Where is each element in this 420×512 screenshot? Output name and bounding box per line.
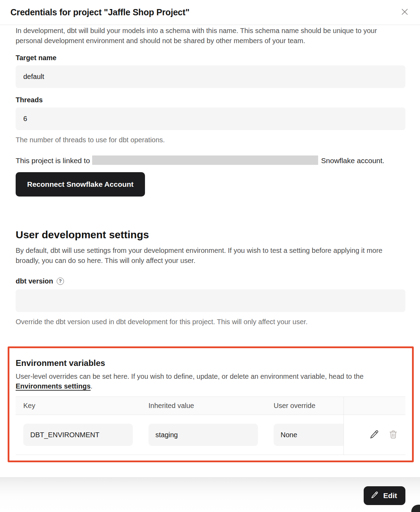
user-dev-settings-description: By default, dbt will use settings from y… (16, 246, 405, 266)
threads-helper: The number of threads to use for dbt ope… (16, 135, 405, 145)
target-name-label: Target name (16, 54, 405, 62)
threads-label: Threads (16, 96, 405, 104)
user-dev-settings-heading: User development settings (16, 229, 405, 241)
table-row: DBT_ENVIRONMENT staging None (16, 415, 405, 455)
env-var-key-value: DBT_ENVIRONMENT (23, 424, 133, 446)
modal-body: In development, dbt will build your mode… (0, 25, 420, 462)
target-name-input[interactable] (16, 65, 405, 88)
environment-variables-description: User-level overrides can be set here. If… (16, 371, 402, 391)
close-button[interactable] (398, 6, 411, 19)
environment-variables-table: Key Inherited value User override DBT_EN… (16, 397, 405, 455)
trash-icon (388, 429, 398, 441)
schema-description: In development, dbt will build your mode… (16, 26, 405, 46)
edit-button-label: Edit (383, 491, 397, 500)
help-icon[interactable]: ? (57, 278, 64, 285)
env-var-inherited-value: staging (148, 424, 258, 446)
row-actions-cell (344, 415, 405, 455)
env-var-user-override-value: None (274, 424, 344, 446)
table-header-row: Key Inherited value User override (16, 397, 405, 415)
column-header-user-override: User override (266, 402, 344, 410)
credentials-modal: Credentials for project "Jaffle Shop Pro… (0, 0, 420, 512)
close-icon (400, 7, 409, 17)
dbt-version-helper: Override the dbt version used in dbt dev… (16, 317, 405, 327)
environment-variables-heading: Environment variables (16, 358, 405, 368)
linked-account-text: This project is linked toSnowflake accou… (16, 155, 405, 167)
dbt-version-label: dbt version (16, 277, 53, 285)
delete-variable-button[interactable] (388, 429, 398, 441)
redacted-account-name (92, 155, 318, 165)
edit-button[interactable]: Edit (364, 486, 405, 505)
column-header-key: Key (16, 402, 141, 410)
environments-settings-link[interactable]: Environments settings (16, 382, 91, 390)
environment-variables-highlight-box: Environment variables User-level overrid… (8, 346, 414, 462)
pencil-icon (369, 429, 380, 441)
column-header-inherited-value: Inherited value (141, 402, 266, 410)
edit-pencil-icon (371, 491, 379, 501)
modal-title: Credentials for project "Jaffle Shop Pro… (10, 7, 189, 17)
reconnect-snowflake-button[interactable]: Reconnect Snowflake Account (16, 172, 145, 197)
column-header-actions (344, 397, 405, 415)
edit-variable-button[interactable] (369, 429, 380, 441)
modal-header: Credentials for project "Jaffle Shop Pro… (0, 0, 420, 25)
threads-input[interactable] (16, 107, 405, 130)
dbt-version-input[interactable] (16, 289, 405, 312)
modal-footer: Edit (0, 477, 420, 512)
